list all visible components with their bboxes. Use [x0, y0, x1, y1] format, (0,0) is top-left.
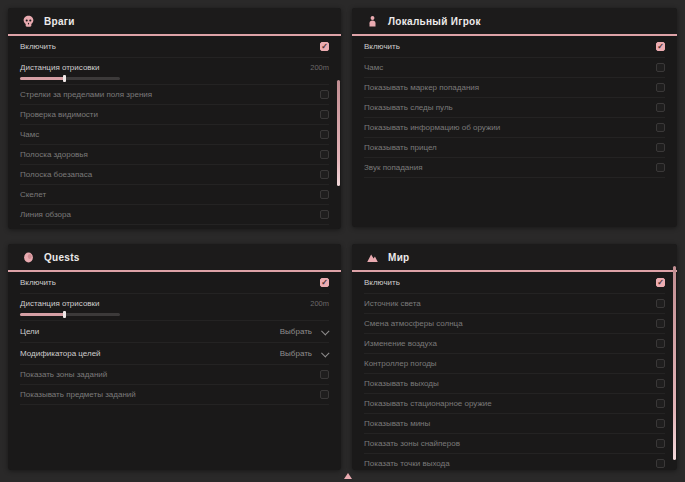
- slider-row-top: Дистанция отрисовки200m: [20, 61, 329, 74]
- checkbox-unchecked[interactable]: [656, 339, 665, 348]
- toggle-row[interactable]: Полоска боезапаса: [20, 165, 329, 185]
- toggle-row[interactable]: Включить✓: [20, 272, 329, 294]
- checkbox-unchecked[interactable]: [320, 190, 329, 199]
- toggle-row[interactable]: Показывать предметы заданий: [20, 385, 329, 405]
- checkbox-unchecked[interactable]: [656, 299, 665, 308]
- toggle-row[interactable]: Полоска здоровья: [20, 145, 329, 165]
- toggle-row[interactable]: Скелет: [20, 185, 329, 205]
- checkbox-unchecked[interactable]: [656, 319, 665, 328]
- toggle-label: Изменение воздуха: [364, 339, 437, 348]
- checkbox-unchecked[interactable]: [656, 83, 665, 92]
- toggle-label: Линия обзора: [20, 210, 71, 219]
- chevron-down-icon: [321, 349, 329, 357]
- checkbox-unchecked[interactable]: [656, 359, 665, 368]
- slider-handle[interactable]: [63, 311, 66, 318]
- scrollbar[interactable]: [337, 80, 340, 186]
- panel-quests-header: Quests: [8, 244, 341, 272]
- toggle-row[interactable]: Смена атмосферы солнца: [364, 314, 665, 334]
- toggle-label: Показать точки выхода: [364, 459, 450, 468]
- dropdown-select[interactable]: Выбрать: [280, 327, 329, 336]
- slider-row[interactable]: Дистанция отрисовки200m: [20, 58, 329, 85]
- checkbox-unchecked[interactable]: [656, 379, 665, 388]
- toggle-label: Показывать стационарное оружие: [364, 399, 492, 408]
- slider-fill: [20, 313, 65, 316]
- toggle-row[interactable]: Изменение воздуха: [364, 334, 665, 354]
- slider-track[interactable]: [20, 313, 120, 316]
- toggle-row[interactable]: Чамс: [364, 58, 665, 78]
- toggle-label: Показывать предметы заданий: [20, 390, 136, 399]
- toggle-label: Показать зоны снайперов: [364, 439, 460, 448]
- toggle-row[interactable]: Включить✓: [364, 272, 665, 294]
- toggle-row[interactable]: Стрелки за пределами поля зрения: [20, 85, 329, 105]
- toggle-label: Показывать прицел: [364, 143, 437, 152]
- toggle-label: Включить: [20, 42, 56, 51]
- toggle-row[interactable]: Показывать прицел: [364, 138, 665, 158]
- dropdown-label: Модификатора целей: [20, 349, 101, 358]
- checkbox-unchecked[interactable]: [656, 439, 665, 448]
- dropdown-row[interactable]: Модификатора целейВыбрать: [20, 343, 329, 365]
- panel-local-player: Локальный Игрок Включить✓ЧамсПоказывать …: [352, 8, 677, 227]
- checkbox-checked[interactable]: ✓: [320, 42, 329, 51]
- slider-row-top: Дистанция отрисовки200m: [20, 297, 329, 310]
- slider-row[interactable]: Дистанция отрисовки200m: [20, 294, 329, 321]
- checkbox-unchecked[interactable]: [656, 399, 665, 408]
- slider-value: 200m: [310, 63, 329, 72]
- panel-title: Мир: [388, 252, 410, 263]
- dropdown-value: Выбрать: [280, 349, 312, 358]
- checkbox-checked[interactable]: ✓: [320, 278, 329, 287]
- chevron-down-icon: [321, 327, 329, 335]
- slider-handle[interactable]: [63, 75, 66, 82]
- toggle-row[interactable]: Показывать выходы: [364, 374, 665, 394]
- toggle-label: Полоска здоровья: [20, 150, 88, 159]
- panel-quests: Quests Включить✓Дистанция отрисовки200mЦ…: [8, 244, 341, 470]
- checkbox-unchecked[interactable]: [656, 103, 665, 112]
- toggle-row[interactable]: Показывать маркер попадания: [364, 78, 665, 98]
- checkbox-unchecked[interactable]: [320, 110, 329, 119]
- dropdown-row[interactable]: ЦелиВыбрать: [20, 321, 329, 343]
- checkbox-checked[interactable]: ✓: [656, 42, 665, 51]
- toggle-row[interactable]: Включить✓: [364, 36, 665, 58]
- toggle-label: Контроллер погоды: [364, 359, 437, 368]
- checkbox-unchecked[interactable]: [656, 163, 665, 172]
- scrollbar[interactable]: [673, 266, 676, 460]
- checkbox-unchecked[interactable]: [656, 143, 665, 152]
- toggle-row[interactable]: Показывать информацию об оружии: [364, 118, 665, 138]
- toggle-row[interactable]: Показать зоны снайперов: [364, 434, 665, 454]
- quest-icon: [22, 251, 35, 264]
- toggle-row[interactable]: Проверка видимости: [20, 105, 329, 125]
- slider-track[interactable]: [20, 77, 120, 80]
- mountain-icon: [366, 251, 379, 264]
- toggle-row[interactable]: Показывать следы пуль: [20, 225, 329, 229]
- toggle-row[interactable]: Показывать стационарное оружие: [364, 394, 665, 414]
- checkbox-unchecked[interactable]: [320, 150, 329, 159]
- toggle-row[interactable]: Показывать мины: [364, 414, 665, 434]
- checkbox-unchecked[interactable]: [320, 370, 329, 379]
- toggle-row[interactable]: Линия обзора: [20, 205, 329, 225]
- panel-enemies: Враги Включить✓Дистанция отрисовки200mСт…: [8, 8, 341, 229]
- checkbox-unchecked[interactable]: [320, 210, 329, 219]
- toggle-row[interactable]: Показать зоны заданий: [20, 365, 329, 385]
- checkbox-unchecked[interactable]: [320, 390, 329, 399]
- checkbox-unchecked[interactable]: [656, 419, 665, 428]
- toggle-label: Полоска боезапаса: [20, 170, 92, 179]
- toggle-row[interactable]: Чамс: [20, 125, 329, 145]
- toggle-label: Включить: [364, 42, 400, 51]
- toggle-label: Показывать маркер попадания: [364, 83, 479, 92]
- toggle-row[interactable]: Включить✓: [20, 36, 329, 58]
- toggle-row[interactable]: Показывать следы пуль: [364, 98, 665, 118]
- toggle-label: Смена атмосферы солнца: [364, 319, 463, 328]
- checkbox-unchecked[interactable]: [320, 130, 329, 139]
- checkbox-unchecked[interactable]: [320, 90, 329, 99]
- cursor-arrow-icon: [344, 473, 352, 479]
- checkbox-unchecked[interactable]: [320, 170, 329, 179]
- toggle-row[interactable]: Звук попадания: [364, 158, 665, 178]
- checkbox-checked[interactable]: ✓: [656, 278, 665, 287]
- dropdown-select[interactable]: Выбрать: [280, 349, 329, 358]
- checkbox-unchecked[interactable]: [656, 123, 665, 132]
- dropdown-label: Цели: [20, 327, 39, 336]
- checkbox-unchecked[interactable]: [656, 459, 665, 468]
- toggle-row[interactable]: Контроллер погоды: [364, 354, 665, 374]
- toggle-row[interactable]: Источник света: [364, 294, 665, 314]
- toggle-row[interactable]: Показать точки выхода: [364, 454, 665, 470]
- checkbox-unchecked[interactable]: [656, 63, 665, 72]
